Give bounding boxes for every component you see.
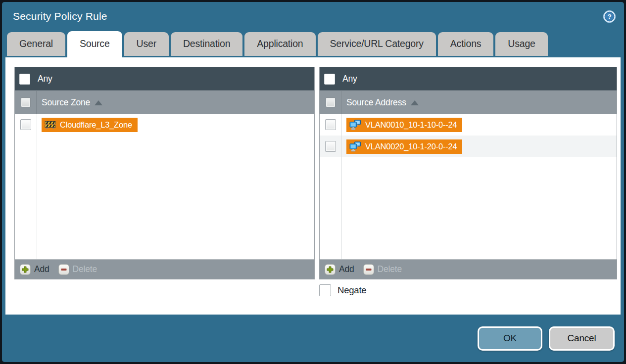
tab-service-url-category[interactable]: Service/URL Category (318, 32, 436, 56)
source-tab-content: Any Source Zone (5, 57, 621, 315)
source-address-column-header: Source Address (320, 91, 617, 114)
add-icon (20, 264, 31, 275)
source-zone-row-checkbox[interactable] (20, 119, 31, 130)
tab-general[interactable]: General (7, 32, 65, 56)
security-policy-rule-dialog: Security Policy Rule ? General Source Us… (0, 0, 626, 364)
source-address-footer: Add Delete (320, 259, 617, 279)
source-address-list: VLAN0010_10-1-10-0--24 (320, 114, 617, 259)
sort-ascending-icon (95, 100, 102, 105)
delete-label: Delete (73, 264, 97, 274)
zone-icon (45, 120, 56, 130)
source-address-panel: Any Source Address (319, 67, 617, 279)
tab-application[interactable]: Application (244, 32, 315, 56)
source-zone-select-all-cell (15, 91, 37, 114)
source-address-any-label: Any (342, 74, 357, 84)
dialog-title: Security Policy Rule (13, 10, 107, 22)
tab-bar: General Source User Destination Applicat… (2, 31, 624, 57)
tab-usage[interactable]: Usage (495, 32, 547, 56)
delete-button[interactable]: Delete (58, 264, 97, 275)
column-divider (37, 114, 37, 259)
row-checkbox-cell (320, 136, 341, 157)
source-address-column-label[interactable]: Source Address (341, 97, 419, 108)
negate-checkbox[interactable] (319, 284, 331, 296)
table-row[interactable]: Cloudflare_L3_Zone (15, 114, 314, 136)
tab-user[interactable]: User (124, 32, 169, 56)
table-row[interactable]: VLAN0020_10-1-20-0--24 (320, 136, 617, 157)
source-zone-any-checkbox[interactable] (19, 74, 30, 85)
negate-label: Negate (337, 285, 366, 296)
source-zone-footer: Add Delete (15, 259, 314, 279)
tab-source[interactable]: Source (67, 31, 122, 57)
add-button[interactable]: Add (20, 264, 49, 275)
source-address-object-label: VLAN0020_10-1-20-0--24 (365, 142, 457, 151)
title-bar: Security Policy Rule ? (2, 2, 624, 31)
row-checkbox-cell (15, 114, 37, 136)
network-icon (349, 120, 361, 130)
negate-row: Negate (319, 284, 366, 296)
source-zone-list: Cloudflare_L3_Zone (15, 114, 314, 259)
dialog-frame: Security Policy Rule ? General Source Us… (2, 2, 624, 362)
source-address-object-1[interactable]: VLAN0010_10-1-10-0--24 (346, 118, 462, 132)
help-icon[interactable]: ? (603, 10, 616, 23)
source-zone-object[interactable]: Cloudflare_L3_Zone (42, 118, 138, 132)
source-zone-column-label[interactable]: Source Zone (37, 97, 102, 108)
add-icon (325, 264, 336, 275)
source-address-any-checkbox[interactable] (324, 74, 335, 85)
source-zone-select-all-checkbox[interactable] (21, 97, 31, 107)
source-zone-any-label: Any (38, 74, 52, 84)
ok-button[interactable]: OK (478, 326, 542, 351)
source-address-any-header: Any (320, 67, 617, 91)
source-address-object-label: VLAN0010_10-1-10-0--24 (365, 120, 457, 130)
row-checkbox-cell (320, 114, 341, 136)
sort-ascending-icon (411, 100, 419, 105)
delete-icon (58, 264, 69, 275)
source-address-row-checkbox-2[interactable] (325, 141, 336, 152)
source-zone-any-header: Any (15, 67, 314, 91)
source-address-select-all-cell (320, 91, 341, 114)
source-address-row-checkbox-1[interactable] (325, 119, 336, 130)
source-address-column-text: Source Address (346, 97, 406, 108)
delete-icon (363, 264, 374, 275)
network-icon (349, 141, 361, 152)
svg-text:?: ? (607, 13, 611, 20)
source-zone-object-label: Cloudflare_L3_Zone (60, 120, 132, 130)
help-icon-glyph: ? (603, 10, 616, 23)
table-row[interactable]: VLAN0010_10-1-10-0--24 (320, 114, 617, 136)
source-address-select-all-checkbox[interactable] (326, 97, 336, 107)
delete-label: Delete (378, 264, 402, 274)
source-zone-panel: Any Source Zone (14, 67, 315, 279)
source-zone-column-header: Source Zone (15, 91, 314, 114)
source-address-object-2[interactable]: VLAN0020_10-1-20-0--24 (346, 139, 462, 154)
add-label: Add (34, 264, 49, 274)
dialog-button-bar: OK Cancel (2, 315, 624, 362)
tab-destination[interactable]: Destination (171, 32, 242, 56)
source-zone-column-text: Source Zone (42, 97, 90, 108)
add-label: Add (339, 264, 354, 274)
cancel-button[interactable]: Cancel (549, 326, 615, 351)
delete-button[interactable]: Delete (363, 264, 402, 275)
column-divider (341, 114, 342, 259)
tab-actions[interactable]: Actions (438, 32, 494, 56)
add-button[interactable]: Add (325, 264, 354, 275)
